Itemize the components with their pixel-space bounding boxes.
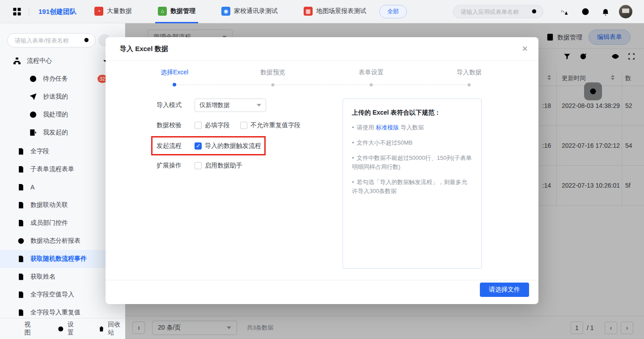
step-data-preview[interactable]: 数据预览 xyxy=(260,69,285,77)
all-apps-button[interactable]: 全部 xyxy=(379,5,407,18)
bullet: • xyxy=(352,179,354,185)
step-import-data[interactable]: 导入数据 xyxy=(457,69,482,77)
step-dot xyxy=(271,83,275,86)
item-label: 我处理的 xyxy=(43,111,68,119)
field-label: 扩展操作 xyxy=(157,162,182,170)
import-excel-modal: 导入 Excel 数据 × 选择Excel 数据预览 表单设置 导入数据 导入模… xyxy=(106,37,538,304)
spec-item: •文件中数据不能超过50000行、150列(子表单明细同样占用行数) xyxy=(352,154,472,172)
import-mode-select[interactable]: 仅新增数据 xyxy=(195,99,266,112)
field-validation: 数据校验 必填字段 不允许重复值字段 xyxy=(106,119,343,132)
top-navigation-bar: 191创建团队 ◔ 大量数据 ⌂ 数据管理 ◉ 家校通讯录测试 ▦ 地图场景报表… xyxy=(0,0,644,23)
field-import-mode: 导入模式 仅新增数据 xyxy=(106,99,343,112)
field-label: 数据校验 xyxy=(157,121,182,129)
tab-map-report-test[interactable]: ▦ 地图场景报表测试 xyxy=(301,0,369,23)
field-extension: 扩展操作 启用数据助手 xyxy=(106,159,343,172)
group-label: 流程中心 xyxy=(27,57,52,65)
file-icon xyxy=(17,291,25,299)
item-label: 获取姓名 xyxy=(30,273,55,281)
step-dot xyxy=(173,83,176,86)
data-assistant-checkbox[interactable]: 启用数据助手 xyxy=(195,162,242,170)
checkbox-label: 启用数据助手 xyxy=(205,162,242,170)
footer-label: 回收站 xyxy=(108,321,125,337)
avatar[interactable] xyxy=(619,5,632,18)
field-label: 发起流程 xyxy=(157,142,182,150)
spec-item: •若勾选「导入的数据触发流程」，则最多允许导入300条数据 xyxy=(352,178,472,196)
item-label: 数据动态分析报表 xyxy=(30,237,80,245)
modal-title: 导入 Excel 数据 xyxy=(120,37,168,60)
checkbox-label: 不允许重复值字段 xyxy=(250,121,301,129)
team-name[interactable]: 191创建团队 xyxy=(38,0,76,23)
trash-icon xyxy=(98,325,105,333)
app-grid-icon[interactable] xyxy=(12,6,22,17)
choose-file-button[interactable]: 请选择文件 xyxy=(480,283,529,297)
search-icon xyxy=(83,37,90,44)
sitemap-icon xyxy=(13,56,21,65)
file-icon xyxy=(17,183,25,191)
item-label: 子表单流程表单 xyxy=(30,165,74,173)
step-dot xyxy=(370,83,373,86)
app-icon: ⌂ xyxy=(158,7,167,16)
file-icon xyxy=(17,165,25,173)
app-icon: ◉ xyxy=(221,7,230,16)
footer-label: 视图 xyxy=(25,321,36,337)
tab-label: 家校通讯录测试 xyxy=(234,7,278,15)
checkbox-unchecked[interactable] xyxy=(195,162,202,169)
checkbox-label: 必填字段 xyxy=(205,121,230,129)
help-icon[interactable] xyxy=(581,7,590,16)
checkbox-checked[interactable] xyxy=(195,142,202,150)
form-search-input[interactable] xyxy=(7,33,96,47)
bullet: • xyxy=(352,124,354,131)
spec-title: 上传的 Excel 表符合以下规范： xyxy=(352,109,472,117)
field-label: 导入模式 xyxy=(157,101,182,109)
item-label: 数据联动关联 xyxy=(30,201,68,209)
trigger-flow-checkbox[interactable]: 导入的数据触发流程 xyxy=(195,142,261,150)
divider xyxy=(29,7,29,16)
tab-label: 地图场景报表测试 xyxy=(316,7,366,15)
file-icon xyxy=(17,255,25,263)
item-label: 抄送我的 xyxy=(43,93,68,101)
recycle-bin-button[interactable]: 回收站 xyxy=(98,321,125,337)
footer-label: 设置 xyxy=(68,321,79,337)
step-select-excel[interactable]: 选择Excel xyxy=(161,69,188,77)
settings-button[interactable]: 设置 xyxy=(57,321,79,337)
close-icon[interactable]: × xyxy=(522,43,528,55)
checkbox-unchecked[interactable] xyxy=(195,122,202,129)
required-fields-checkbox[interactable]: 必填字段 xyxy=(195,121,230,129)
search-icon xyxy=(531,8,538,15)
divider xyxy=(106,280,538,280)
tab-label: 数据管理 xyxy=(170,7,195,15)
target-icon xyxy=(17,237,25,245)
sidebar-footer: 视图 设置 回收站 xyxy=(0,318,125,339)
checkbox-unchecked[interactable] xyxy=(240,122,247,129)
item-label: A xyxy=(30,184,34,191)
checkbox-label: 导入的数据触发流程 xyxy=(205,142,261,150)
item-label: 全字段空值导入 xyxy=(30,291,74,299)
excel-spec-panel: 上传的 Excel 表符合以下规范： •请使用 标准模版 导入数据 •文件大小不… xyxy=(343,99,482,269)
form-search xyxy=(7,33,96,47)
spec-item: •请使用 标准模版 导入数据 xyxy=(352,123,472,132)
tab-contacts-test[interactable]: ◉ 家校通讯录测试 xyxy=(219,0,280,23)
file-icon xyxy=(17,309,25,317)
bell-icon[interactable] xyxy=(601,7,610,16)
chevron-down-icon xyxy=(257,104,261,107)
no-duplicate-checkbox[interactable]: 不允许重复值字段 xyxy=(240,121,301,129)
file-icon xyxy=(17,273,25,281)
views-button[interactable]: 视图 xyxy=(14,321,36,337)
standard-template-link[interactable]: 标准模版 xyxy=(376,124,399,131)
application-window: 191创建团队 ◔ 大量数据 ⌂ 数据管理 ◉ 家校通讯录测试 ▦ 地图场景报表… xyxy=(0,0,644,339)
app-icon: ◔ xyxy=(94,7,103,16)
app-search-input[interactable] xyxy=(453,5,543,18)
translate-icon[interactable] xyxy=(560,7,569,16)
item-label: 成员部门控件 xyxy=(30,219,68,227)
app-tabs: ◔ 大量数据 ⌂ 数据管理 ◉ 家校通讯录测试 ▦ 地图场景报表测试 xyxy=(92,0,369,23)
tab-data-management[interactable]: ⌂ 数据管理 xyxy=(155,0,198,23)
tab-label: 大量数据 xyxy=(107,7,132,15)
paper-plane-icon xyxy=(29,92,38,101)
item-label: 全字段导入重复值 xyxy=(30,309,80,317)
send-icon xyxy=(29,128,38,137)
field-start-flow: 发起流程 导入的数据触发流程 xyxy=(106,139,343,153)
item-label: 我发起的 xyxy=(43,129,68,137)
step-form-settings[interactable]: 表单设置 xyxy=(359,69,384,77)
gear-icon xyxy=(57,325,64,333)
tab-bulk-data[interactable]: ◔ 大量数据 xyxy=(92,0,135,23)
